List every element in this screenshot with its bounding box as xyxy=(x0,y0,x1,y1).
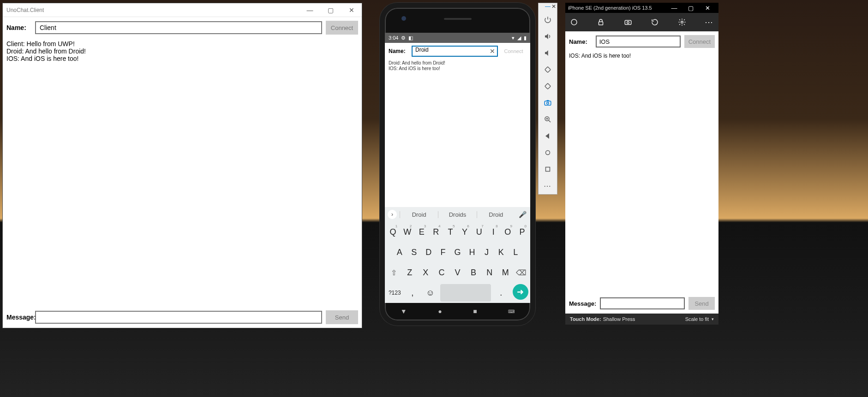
key-z[interactable]: Z xyxy=(403,264,417,281)
screenshot-icon[interactable] xyxy=(539,95,557,111)
suggestion[interactable]: Droid xyxy=(400,211,438,218)
connect-button[interactable]: Connect xyxy=(684,35,715,48)
name-label: Name: xyxy=(569,38,592,45)
key-h[interactable]: H xyxy=(466,243,478,261)
key-e[interactable]: E3 xyxy=(415,223,428,241)
android-nav-bar: ▼ ● ■ ⌨ xyxy=(385,305,530,318)
settings-icon[interactable] xyxy=(678,18,686,26)
key-g[interactable]: G xyxy=(451,243,464,261)
key-y[interactable]: Y6 xyxy=(459,223,471,241)
send-button[interactable]: Send xyxy=(688,297,715,310)
connect-button[interactable]: Connect xyxy=(326,21,358,35)
maximize-button[interactable]: ▢ xyxy=(682,5,699,12)
key-c[interactable]: C xyxy=(435,264,449,281)
key-u[interactable]: U7 xyxy=(473,223,485,241)
ios-toolbar: ⋯ xyxy=(565,13,718,31)
name-input[interactable] xyxy=(596,36,681,47)
overview-icon[interactable] xyxy=(539,161,557,178)
suggestion[interactable]: Droid xyxy=(477,211,515,218)
overview-icon[interactable]: ■ xyxy=(473,308,477,315)
minimize-button[interactable]: — xyxy=(666,5,682,12)
message-list: IOS: And iOS is here too! xyxy=(565,52,718,293)
key-v[interactable]: V xyxy=(450,264,465,281)
keyboard-row3: ⇧ ZXCVBNM⌫ xyxy=(385,262,530,283)
mic-icon[interactable]: 🎤 xyxy=(515,211,530,218)
clear-icon[interactable]: ✕ xyxy=(490,47,495,55)
close-button[interactable]: ✕ xyxy=(341,3,362,17)
keyboard-switch-icon[interactable]: ⌨ xyxy=(508,309,515,314)
power-icon[interactable] xyxy=(539,12,557,28)
send-button[interactable]: Send xyxy=(326,310,358,324)
comma-key[interactable]: , xyxy=(405,284,421,302)
key-t[interactable]: T5 xyxy=(444,223,456,241)
key-w[interactable]: W2 xyxy=(401,223,413,241)
emoji-key[interactable]: ☺ xyxy=(422,284,438,302)
rotate-left-icon[interactable] xyxy=(539,61,557,78)
back-icon[interactable] xyxy=(539,128,557,144)
reboot-icon[interactable] xyxy=(651,18,659,26)
key-x[interactable]: X xyxy=(419,264,433,281)
ios-title: iPhone SE (2nd generation) iOS 13.5 xyxy=(568,5,652,11)
key-p[interactable]: P0 xyxy=(516,223,528,241)
uwp-titlebar[interactable]: UnoChat.Client — ▢ ✕ xyxy=(3,3,362,17)
ios-titlebar[interactable]: iPhone SE (2nd generation) iOS 13.5 — ▢ … xyxy=(565,3,718,13)
space-key[interactable] xyxy=(440,284,491,302)
uwp-name-row: Name: Connect xyxy=(3,17,362,38)
touch-mode-value[interactable]: Shallow Press xyxy=(603,316,635,322)
svg-point-10 xyxy=(627,22,629,24)
minimize-button[interactable]: — xyxy=(299,3,320,17)
chevron-down-icon[interactable]: ▾ xyxy=(712,317,714,321)
scale-dropdown[interactable]: Scale to fit xyxy=(685,316,709,322)
enter-key[interactable]: ➜ xyxy=(513,284,528,300)
volume-up-icon[interactable] xyxy=(539,28,557,45)
key-b[interactable]: B xyxy=(467,264,481,281)
more-icon[interactable]: ⋯ xyxy=(705,17,714,27)
uwp-message-row: Message: Send xyxy=(3,307,362,328)
key-n[interactable]: N xyxy=(482,264,497,281)
suggestion[interactable]: Droids xyxy=(438,211,476,218)
zoom-icon[interactable] xyxy=(539,111,557,128)
key-m[interactable]: M xyxy=(498,264,513,281)
lock-icon[interactable] xyxy=(597,18,605,26)
key-k[interactable]: K xyxy=(495,243,507,261)
keyboard-row4: ?123 , ☺ . ➜ xyxy=(385,283,530,303)
close-button[interactable]: ✕ xyxy=(699,5,716,12)
key-l[interactable]: L xyxy=(509,243,522,261)
android-status-bar: 3:04 ⚙ ◧ ▾ ◢ ▮ xyxy=(385,33,530,43)
home-icon[interactable]: ● xyxy=(438,308,442,315)
more-icon[interactable]: ⋯ xyxy=(539,178,557,194)
key-a[interactable]: A xyxy=(393,243,406,261)
svg-rect-8 xyxy=(599,22,603,25)
shift-key[interactable]: ⇧ xyxy=(387,264,401,281)
key-j[interactable]: J xyxy=(480,243,493,261)
key-o[interactable]: O9 xyxy=(502,223,514,241)
svg-point-7 xyxy=(571,19,577,25)
minimize-button[interactable]: — xyxy=(545,3,551,12)
key-d[interactable]: D xyxy=(422,243,435,261)
name-input[interactable] xyxy=(35,21,322,34)
back-icon[interactable]: ▼ xyxy=(401,308,407,315)
uwp-window: UnoChat.Client — ▢ ✕ Name: Connect Clien… xyxy=(2,3,362,328)
symbols-key[interactable]: ?123 xyxy=(387,284,403,302)
home-icon[interactable] xyxy=(539,144,557,161)
backspace-key[interactable]: ⌫ xyxy=(514,264,528,281)
key-f[interactable]: F xyxy=(437,243,449,261)
key-q[interactable]: Q1 xyxy=(387,223,399,241)
message-input[interactable] xyxy=(35,311,322,324)
close-button[interactable]: ✕ xyxy=(551,3,556,12)
key-i[interactable]: I8 xyxy=(487,223,500,241)
name-input[interactable]: Droid ✕ xyxy=(412,46,498,57)
home-icon[interactable] xyxy=(570,18,578,26)
period-key[interactable]: . xyxy=(493,284,509,302)
maximize-button[interactable]: ▢ xyxy=(320,3,341,17)
expand-icon[interactable]: › xyxy=(388,210,397,219)
svg-point-11 xyxy=(681,21,683,24)
name-label: Name: xyxy=(6,24,31,31)
key-s[interactable]: S xyxy=(407,243,420,261)
key-r[interactable]: R4 xyxy=(430,223,442,241)
screenshot-icon[interactable] xyxy=(624,18,632,26)
rotate-right-icon[interactable] xyxy=(539,78,557,95)
message-input[interactable] xyxy=(600,297,685,309)
connect-button[interactable]: Connect xyxy=(501,48,527,54)
volume-down-icon[interactable] xyxy=(539,45,557,61)
